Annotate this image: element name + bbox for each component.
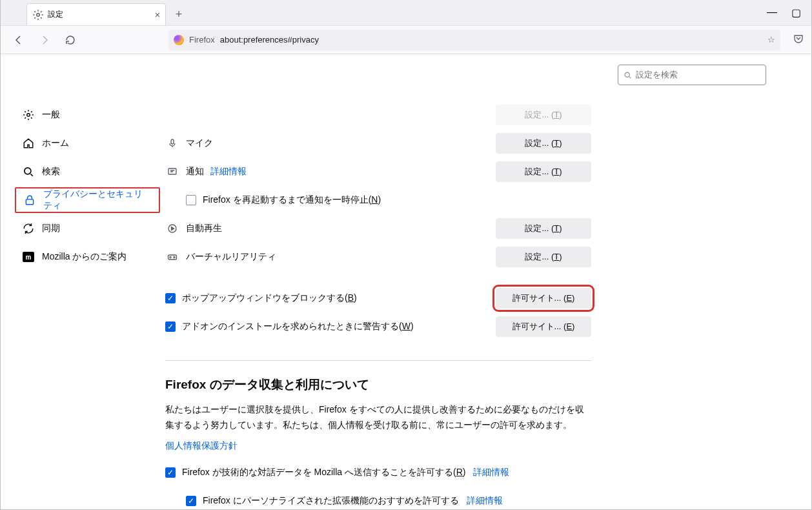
popup-block-checkbox[interactable]: ✓ — [165, 293, 176, 303]
notif-label: 通知 — [186, 166, 204, 178]
notif-pause-checkbox[interactable] — [186, 195, 196, 205]
addon-exceptions-button[interactable]: 許可サイト... (E) — [496, 316, 591, 337]
svg-point-9 — [170, 256, 171, 258]
browser-tab[interactable]: 設定 × — [26, 3, 166, 25]
telemetry-learn-more-link[interactable]: 詳細情報 — [473, 467, 509, 478]
forward-button[interactable] — [34, 30, 55, 50]
maximize-button[interactable]: ▢ — [791, 6, 801, 19]
urlbar-address: about:preferences#privacy — [220, 35, 319, 45]
sidebar-item-sync[interactable]: 同期 — [15, 216, 160, 241]
tab-title: 設定 — [48, 9, 63, 20]
minimize-button[interactable]: — — [767, 6, 777, 19]
search-placeholder: 設定を検索 — [636, 69, 678, 81]
search-icon — [624, 71, 632, 79]
gear-icon — [32, 9, 44, 21]
camera-settings-button[interactable]: 設定... (T) — [496, 105, 591, 125]
notif-learn-more-link[interactable]: 詳細情報 — [210, 166, 247, 178]
sidebar-item-label: 一般 — [42, 109, 60, 121]
autoplay-settings-button[interactable]: 設定... (T) — [496, 218, 591, 239]
autoplay-icon — [165, 223, 179, 234]
firefox-icon — [174, 35, 184, 45]
search-icon — [23, 166, 34, 178]
popup-block-row: ✓ ポップアップウィンドウをブロックする(B) 許可サイト... (E) — [165, 284, 591, 312]
telemetry-row: ✓ Firefox が技術的な対話データを Mozilla へ送信することを許可… — [165, 458, 591, 487]
urlbar-label: Firefox — [189, 35, 215, 45]
recommend-checkbox[interactable]: ✓ — [186, 496, 196, 506]
addon-warn-row: ✓ アドオンのインストールを求められたときに警告する(W) 許可サイト... (… — [165, 312, 591, 341]
reload-button[interactable] — [60, 30, 81, 50]
popup-exceptions-button[interactable]: 許可サイト... (E) — [496, 288, 591, 309]
vr-icon — [165, 252, 179, 262]
permission-row-notifications: 通知 詳細情報 設定... (T) — [165, 158, 591, 186]
bookmark-icon[interactable]: ☆ — [767, 35, 775, 45]
sidebar-item-home[interactable]: ホーム — [15, 130, 160, 156]
close-icon[interactable]: × — [155, 10, 160, 20]
svg-point-1 — [27, 114, 30, 117]
sidebar-item-label: 検索 — [42, 166, 60, 178]
microphone-icon — [165, 138, 179, 148]
home-icon — [23, 138, 34, 149]
mic-label: マイク — [186, 138, 213, 149]
section-divider — [165, 360, 591, 361]
notif-pause-label: Firefox を再起動するまで通知を一時停止(N) — [203, 194, 381, 206]
main-panel: 設定を検索 設定... (T) マイク 設定... (T) 通知 詳細情報 設定… — [165, 54, 811, 509]
svg-point-4 — [625, 72, 629, 77]
svg-rect-5 — [171, 139, 174, 144]
vr-label: バーチャルリアリティ — [186, 251, 276, 263]
back-button[interactable] — [8, 30, 29, 50]
mozilla-icon: m — [23, 252, 34, 262]
recommend-label: Firefox にパーソナライズされた拡張機能のおすすめを許可する — [203, 495, 459, 507]
mic-settings-button[interactable]: 設定... (T) — [496, 133, 591, 154]
svg-rect-3 — [26, 199, 33, 205]
telemetry-checkbox[interactable]: ✓ — [165, 467, 176, 478]
lock-icon — [24, 194, 36, 206]
svg-point-0 — [37, 13, 40, 16]
telemetry-label: Firefox が技術的な対話データを Mozilla へ送信することを許可する… — [182, 467, 465, 478]
sidebar-item-privacy[interactable]: プライバシーとセキュリティ — [15, 187, 160, 213]
recommend-learn-more-link[interactable]: 詳細情報 — [467, 495, 503, 507]
svg-point-2 — [25, 168, 31, 174]
sidebar-item-label: 同期 — [42, 223, 60, 234]
sidebar-item-label: ホーム — [42, 138, 69, 149]
notif-pause-row: Firefox を再起動するまで通知を一時停止(N) — [165, 186, 591, 214]
vr-settings-button[interactable]: 設定... (T) — [496, 247, 591, 267]
pocket-icon[interactable] — [793, 34, 804, 46]
window-controls: — ▢ — [767, 6, 811, 19]
data-collection-title: Firefox のデータ収集と利用について — [165, 376, 591, 393]
search-input[interactable]: 設定を検索 — [618, 65, 766, 85]
sidebar-item-search[interactable]: 検索 — [15, 159, 160, 185]
gear-icon — [23, 109, 34, 121]
privacy-policy-link[interactable]: 個人情報保護方針 — [165, 440, 238, 451]
url-bar[interactable]: Firefox about:preferences#privacy ☆ — [168, 30, 780, 50]
permission-row-camera: 設定... (T) — [165, 101, 591, 129]
content-area: 一般 ホーム 検索 プライバシーとセキュリティ 同期 mMozilla からのご… — [1, 54, 811, 509]
sidebar-item-mozilla[interactable]: mMozilla からのご案内 — [15, 244, 160, 270]
tab-bar: 設定 × + — ▢ — [1, 0, 811, 26]
new-tab-button[interactable]: + — [170, 5, 188, 23]
sidebar-item-label: プライバシーとセキュリティ — [43, 189, 151, 212]
permission-row-vr: バーチャルリアリティ 設定... (T) — [165, 243, 591, 271]
toolbar: Firefox about:preferences#privacy ☆ — [1, 26, 811, 54]
svg-point-10 — [174, 256, 175, 258]
sync-icon — [23, 223, 34, 234]
notification-icon — [165, 167, 179, 177]
data-collection-desc: 私たちはユーザーに選択肢を提供し、Firefox をすべての人に提供し改善するた… — [165, 402, 591, 433]
permission-row-autoplay: 自動再生 設定... (T) — [165, 214, 591, 243]
sidebar: 一般 ホーム 検索 プライバシーとセキュリティ 同期 mMozilla からのご… — [1, 54, 165, 509]
popup-block-label: ポップアップウィンドウをブロックする(B) — [182, 292, 357, 304]
permission-row-mic: マイク 設定... (T) — [165, 129, 591, 158]
notif-settings-button[interactable]: 設定... (T) — [496, 161, 591, 182]
sidebar-item-general[interactable]: 一般 — [15, 102, 160, 128]
addon-warn-label: アドオンのインストールを求められたときに警告する(W) — [182, 321, 414, 332]
addon-warn-checkbox[interactable]: ✓ — [165, 321, 176, 332]
autoplay-label: 自動再生 — [186, 223, 222, 234]
sidebar-item-label: Mozilla からのご案内 — [42, 251, 127, 263]
recommend-row: ✓ Firefox にパーソナライズされた拡張機能のおすすめを許可する 詳細情報 — [165, 487, 591, 509]
